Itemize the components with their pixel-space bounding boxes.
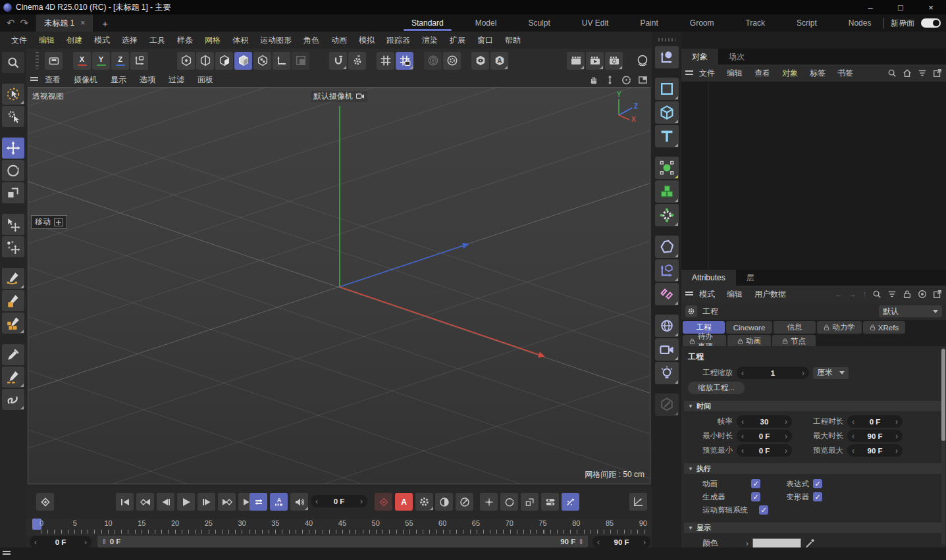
- vp-menu-view[interactable]: 查看: [38, 74, 67, 86]
- null-object-button[interactable]: [655, 46, 679, 68]
- object-manager-list[interactable]: [681, 82, 946, 270]
- preview-range-slider[interactable]: ‖0 F 90 F‖: [97, 536, 588, 547]
- undo-icon[interactable]: ↶: [7, 17, 15, 29]
- preview-min-field[interactable]: ‹0 F›: [737, 444, 792, 457]
- commander-search-button[interactable]: [2, 52, 24, 73]
- text-object-button[interactable]: [655, 125, 679, 147]
- tab-objects[interactable]: 对象: [681, 49, 718, 64]
- axis-edit-mode-button[interactable]: [292, 52, 309, 70]
- viewport-canvas[interactable]: 透视视图 默认摄像机 Y Z X 移动: [28, 87, 650, 484]
- quantize-button[interactable]: [377, 52, 394, 70]
- attr-hamburger-icon[interactable]: [685, 292, 693, 297]
- max-time-field[interactable]: ‹90 F›: [847, 430, 903, 442]
- model-mode-button[interactable]: [234, 52, 252, 70]
- eyedropper-icon[interactable]: [805, 538, 815, 547]
- snap-button[interactable]: [329, 52, 347, 70]
- attr-menu-userdata[interactable]: 用户数据: [749, 289, 792, 300]
- previous-frame-button[interactable]: [157, 493, 174, 511]
- menu-tracker[interactable]: 跟踪器: [381, 35, 416, 46]
- key-rotation-button[interactable]: [500, 493, 518, 511]
- attr-tab-xrefs[interactable]: XRefs: [863, 321, 905, 334]
- autokey-button[interactable]: A: [395, 493, 413, 511]
- next-key-button[interactable]: [218, 493, 236, 511]
- tab-attributes[interactable]: Attributes: [681, 270, 736, 286]
- key-position-button[interactable]: [480, 493, 498, 511]
- menu-mesh[interactable]: 网格: [199, 35, 226, 46]
- attr-target-icon[interactable]: [918, 290, 927, 299]
- generators-checkbox[interactable]: ✓: [751, 492, 760, 501]
- key-scale-button[interactable]: [521, 493, 539, 511]
- material-button[interactable]: [655, 394, 679, 416]
- layout-tab-track[interactable]: Track: [729, 14, 781, 32]
- attr-filter-icon[interactable]: [887, 290, 897, 299]
- box-view-button[interactable]: [45, 52, 63, 70]
- light-object-button[interactable]: [655, 362, 679, 384]
- layout-tab-script[interactable]: Script: [781, 14, 833, 32]
- project-length-field[interactable]: ‹0 F›: [847, 415, 903, 428]
- polygon-mode-button[interactable]: [215, 52, 233, 70]
- camera-object-button[interactable]: [655, 338, 679, 361]
- camera-name-label[interactable]: 默认摄像机: [311, 91, 367, 102]
- play-button[interactable]: [177, 493, 195, 511]
- loop-playback-button[interactable]: [250, 493, 267, 511]
- edge-mode-button[interactable]: [196, 52, 214, 70]
- current-frame-field[interactable]: ‹0 F›: [311, 495, 367, 507]
- tab-takes[interactable]: 场次: [718, 49, 755, 64]
- vp-menu-options[interactable]: 选项: [133, 74, 162, 86]
- layout-tab-groom[interactable]: Groom: [674, 14, 730, 32]
- om-filter-icon[interactable]: [918, 68, 927, 78]
- animation-checkbox[interactable]: ✓: [751, 479, 760, 488]
- om-popout-icon[interactable]: [933, 68, 942, 78]
- range-start-field[interactable]: ‹0 F›: [30, 536, 92, 548]
- timeline-ruler[interactable]: 051015202530354045505560657075808590: [26, 519, 652, 536]
- modeling-tools-button[interactable]: [2, 313, 24, 334]
- spline-rectangle-button[interactable]: [655, 78, 679, 100]
- key-parameter-button[interactable]: [541, 493, 559, 511]
- sky-object-button[interactable]: [655, 315, 679, 337]
- modeling-settings-button[interactable]: [443, 52, 461, 70]
- om-search-icon[interactable]: [887, 68, 897, 78]
- layout-tab-nodes[interactable]: Nodes: [833, 14, 887, 32]
- range-end-field[interactable]: ‹90 F›: [592, 536, 650, 548]
- scale-tool-button[interactable]: [2, 182, 24, 203]
- range-right-grip[interactable]: ‖: [579, 538, 583, 546]
- falloff-button[interactable]: [424, 52, 442, 70]
- range-left-grip[interactable]: ‖: [103, 538, 106, 546]
- attr-tab-cineware[interactable]: Cineware: [726, 321, 772, 334]
- add-document-tab-button[interactable]: +: [93, 14, 117, 32]
- preview-max-field[interactable]: ‹90 F›: [847, 444, 903, 457]
- menu-edit[interactable]: 编辑: [33, 35, 61, 46]
- attr-tab-dynamics[interactable]: 动力学: [817, 321, 862, 334]
- menu-spline[interactable]: 样条: [171, 35, 199, 46]
- status-hamburger-icon[interactable]: [3, 551, 11, 557]
- key-pla-button[interactable]: [562, 493, 579, 511]
- next-frame-button[interactable]: [197, 493, 215, 511]
- project-scale-field[interactable]: ‹1›: [737, 367, 809, 379]
- render-region-button[interactable]: [633, 52, 651, 70]
- soft-selection-move-button[interactable]: [2, 236, 24, 257]
- vp-menu-panel[interactable]: 面板: [191, 74, 220, 86]
- attr-menu-mode[interactable]: 模式: [693, 289, 721, 300]
- spline-pen-button[interactable]: [2, 268, 24, 289]
- zoom-arrows-icon[interactable]: [605, 75, 615, 85]
- execute-section-header[interactable]: ▼执行: [684, 463, 943, 474]
- om-menu-edit[interactable]: 编辑: [721, 68, 749, 79]
- menu-file[interactable]: 文件: [5, 35, 33, 46]
- tweak-tool-button[interactable]: [2, 106, 24, 127]
- coordinate-system-button[interactable]: [130, 52, 148, 70]
- scale-project-button[interactable]: 缩放工程...: [688, 382, 745, 394]
- lock-x-axis-button[interactable]: X: [73, 52, 91, 70]
- vp-menu-filter[interactable]: 过滤: [162, 74, 191, 86]
- expand-chevron-icon[interactable]: ›: [746, 539, 749, 548]
- render-settings-button[interactable]: [605, 52, 623, 70]
- cube-primitive-button[interactable]: [655, 101, 679, 124]
- fcurve-editor-button[interactable]: [629, 493, 647, 511]
- workplane-mode-button[interactable]: [273, 52, 290, 70]
- om-menu-view[interactable]: 查看: [749, 68, 776, 79]
- record-selected-button[interactable]: [435, 493, 453, 511]
- rotate-tool-button[interactable]: [2, 160, 24, 181]
- motion-system-checkbox[interactable]: ✓: [759, 505, 768, 515]
- om-menu-object[interactable]: 对象: [776, 68, 804, 79]
- fps-field[interactable]: ‹30›: [737, 415, 792, 428]
- menu-tools[interactable]: 工具: [144, 35, 171, 46]
